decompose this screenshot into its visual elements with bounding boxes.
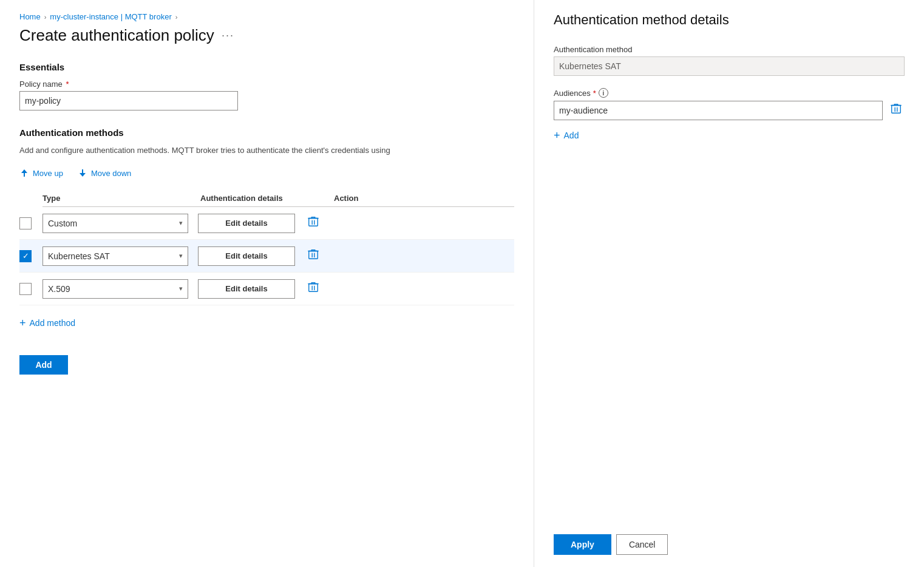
audiences-label: Audiences * i bbox=[554, 88, 905, 98]
move-up-button[interactable]: Move up bbox=[19, 166, 63, 180]
row-2-delete-button[interactable] bbox=[305, 246, 322, 266]
right-panel-title: Authentication method details bbox=[554, 12, 905, 28]
auth-method-group: Authentication method Kubernetes SAT bbox=[554, 45, 905, 76]
move-controls: Move up Move down bbox=[19, 166, 514, 180]
row-2-edit-details-button[interactable]: Edit details bbox=[198, 246, 295, 266]
row-3-delete-button[interactable] bbox=[305, 279, 322, 299]
more-options-button[interactable]: ··· bbox=[222, 29, 234, 42]
row-1-edit-details-button[interactable]: Edit details bbox=[198, 214, 295, 233]
arrow-up-icon bbox=[19, 168, 29, 178]
svg-rect-2 bbox=[309, 284, 318, 292]
policy-name-input[interactable] bbox=[19, 91, 238, 110]
auth-method-readonly: Kubernetes SAT bbox=[554, 56, 905, 76]
row-1-type-dropdown[interactable]: Custom ▾ bbox=[42, 214, 188, 233]
breadcrumb-cluster[interactable]: my-cluster-instance | MQTT broker bbox=[50, 12, 171, 21]
table-row: Custom ▾ Edit details bbox=[19, 207, 514, 240]
svg-rect-3 bbox=[892, 106, 901, 114]
auth-methods-section: Authentication methods Add and configure… bbox=[19, 127, 514, 331]
row-1-checkbox[interactable] bbox=[19, 217, 32, 229]
add-audience-button[interactable]: + Add bbox=[554, 127, 579, 143]
audience-row bbox=[554, 100, 905, 120]
plus-icon: + bbox=[554, 130, 560, 141]
auth-method-label: Authentication method bbox=[554, 45, 905, 54]
page-title-row: Create authentication policy ··· bbox=[19, 26, 514, 45]
col-action-header: Action bbox=[334, 194, 358, 203]
audience-input[interactable] bbox=[554, 101, 883, 120]
chevron-down-icon: ▾ bbox=[179, 219, 183, 227]
chevron-down-icon: ▾ bbox=[179, 285, 183, 293]
plus-icon: + bbox=[19, 317, 26, 328]
arrow-down-icon bbox=[78, 168, 87, 178]
right-panel: Authentication method details Authentica… bbox=[534, 0, 924, 567]
row-2-checkbox[interactable] bbox=[19, 250, 32, 262]
row-3-edit-details-button[interactable]: Edit details bbox=[198, 279, 295, 299]
table-row: Kubernetes SAT ▾ Edit details bbox=[19, 240, 514, 273]
trash-icon bbox=[307, 248, 319, 260]
chevron-down-icon: ▾ bbox=[179, 252, 183, 260]
col-auth-details-header: Authentication details bbox=[200, 194, 334, 203]
trash-icon bbox=[307, 281, 319, 293]
trash-icon bbox=[890, 103, 902, 115]
cancel-button[interactable]: Cancel bbox=[616, 534, 668, 555]
svg-rect-1 bbox=[309, 251, 318, 259]
chevron-icon: › bbox=[44, 13, 47, 21]
info-icon: i bbox=[599, 88, 608, 98]
move-down-button[interactable]: Move down bbox=[78, 166, 131, 180]
trash-icon bbox=[307, 216, 319, 228]
bottom-actions: Add bbox=[19, 355, 514, 375]
breadcrumb-home[interactable]: Home bbox=[19, 12, 41, 21]
apply-button[interactable]: Apply bbox=[554, 534, 611, 555]
essentials-section: Essentials Policy name * bbox=[19, 62, 514, 110]
row-3-checkbox[interactable] bbox=[19, 283, 32, 295]
chevron-icon-2: › bbox=[175, 13, 178, 21]
page-title: Create authentication policy bbox=[19, 26, 214, 45]
auth-methods-desc: Add and configure authentication methods… bbox=[19, 145, 514, 156]
add-button[interactable]: Add bbox=[19, 355, 68, 375]
svg-rect-0 bbox=[309, 219, 318, 226]
table-header: Type Authentication details Action bbox=[42, 190, 514, 207]
audience-delete-button[interactable] bbox=[888, 100, 905, 120]
row-2-type-dropdown[interactable]: Kubernetes SAT ▾ bbox=[42, 246, 188, 266]
auth-methods-title: Authentication methods bbox=[19, 127, 514, 138]
policy-name-label: Policy name * bbox=[19, 80, 514, 89]
col-type-header: Type bbox=[42, 194, 200, 203]
breadcrumb: Home › my-cluster-instance | MQTT broker… bbox=[19, 12, 514, 21]
add-method-button[interactable]: + Add method bbox=[19, 315, 75, 331]
left-panel: Home › my-cluster-instance | MQTT broker… bbox=[0, 0, 534, 567]
right-panel-footer: Apply Cancel bbox=[554, 522, 905, 555]
table-row: X.509 ▾ Edit details bbox=[19, 273, 514, 305]
row-1-delete-button[interactable] bbox=[305, 213, 322, 233]
essentials-section-title: Essentials bbox=[19, 62, 514, 72]
row-3-type-dropdown[interactable]: X.509 ▾ bbox=[42, 279, 188, 299]
audiences-group: Audiences * i + Add bbox=[554, 88, 905, 143]
